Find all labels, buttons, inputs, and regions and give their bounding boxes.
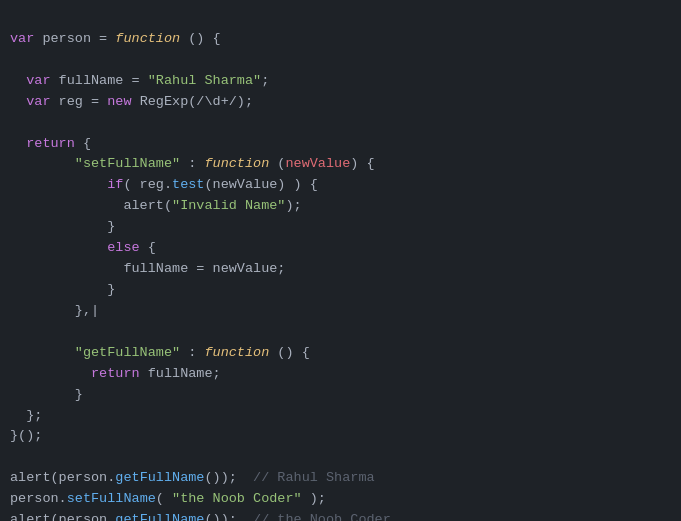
- line-3: var reg = new RegExp(/\d+/);: [10, 94, 253, 109]
- line-19: person.setFullName( "the Noob Coder" );: [10, 491, 326, 506]
- code-editor: var person = function () { var fullName …: [10, 8, 671, 521]
- line-9: else {: [10, 240, 156, 255]
- line-17: }();: [10, 428, 42, 443]
- line-8: }: [10, 219, 115, 234]
- line-1: var person = function () {: [10, 31, 221, 46]
- line-20: alert(person.getFullName()); // the Noob…: [10, 512, 391, 521]
- line-2: var fullName = "Rahul Sharma";: [10, 73, 269, 88]
- line-16: };: [10, 408, 42, 423]
- line-7: alert("Invalid Name");: [10, 198, 302, 213]
- line-5: "setFullName" : function (newValue) {: [10, 156, 375, 171]
- line-4: return {: [10, 136, 91, 151]
- line-13: "getFullName" : function () {: [10, 345, 310, 360]
- line-18: alert(person.getFullName()); // Rahul Sh…: [10, 470, 375, 485]
- line-14: return fullName;: [10, 366, 221, 381]
- line-11: }: [10, 282, 115, 297]
- line-12: },|: [10, 303, 99, 318]
- line-6: if( reg.test(newValue) ) {: [10, 177, 318, 192]
- line-10: fullName = newValue;: [10, 261, 285, 276]
- line-15: }: [10, 387, 83, 402]
